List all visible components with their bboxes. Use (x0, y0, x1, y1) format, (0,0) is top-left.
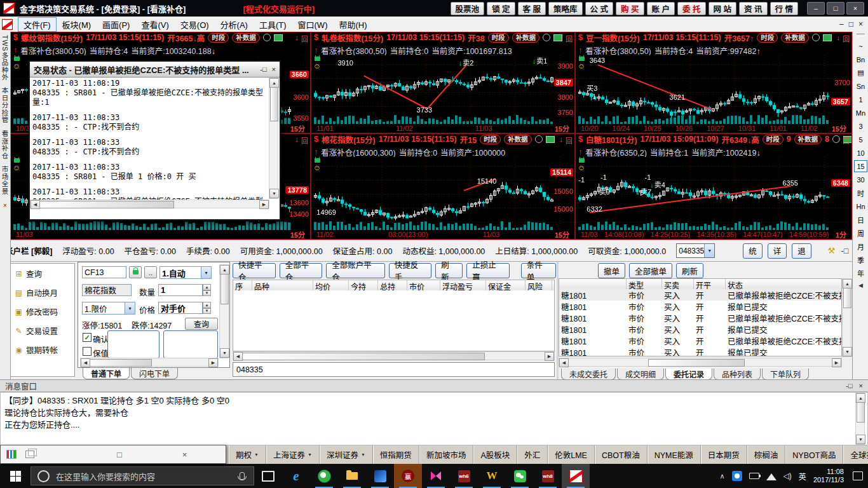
clock[interactable]: 11:08 2017/11/3 (813, 468, 844, 484)
scroll-thumb[interactable] (648, 359, 745, 367)
scroll-thumb[interactable] (857, 402, 865, 423)
period-button-季[interactable]: 季 (854, 254, 867, 266)
market-tab-13[interactable]: 全球指数 (843, 445, 868, 464)
battery-icon[interactable] (749, 473, 759, 479)
vertical-tab-3[interactable]: 市场全景 (1, 166, 10, 195)
sidebar-item-2[interactable]: ▣修改密码 (11, 302, 74, 321)
taskbar-app[interactable] (310, 464, 338, 488)
period-button-1[interactable]: 1 (854, 93, 867, 105)
sidebar-item-4[interactable]: ◉银期转帐 (11, 340, 74, 359)
record-tab-2[interactable]: 委托记录 (665, 369, 712, 380)
maximize-chart-icon[interactable]: 回 (566, 34, 573, 44)
search-input[interactable]: 在这里输入你要搜索的内容 (31, 466, 254, 485)
chart-plot[interactable]: ☺39003847380037503910↓卖2↓卖13733 (311, 55, 574, 124)
period-button-15[interactable]: 15 (854, 160, 867, 172)
spin-up-icon[interactable]: ▲ (203, 284, 211, 290)
chart-canvas[interactable] (576, 55, 851, 124)
titlebar-button-6[interactable]: 账 户 (647, 2, 675, 15)
floating-mini-window[interactable]: □ × (0, 445, 226, 464)
trade-button-4[interactable]: 刷新 (435, 263, 463, 278)
titlebar-button-10[interactable]: 行 情 (770, 2, 798, 15)
pin-icon[interactable]: -□ (846, 382, 852, 390)
table-row[interactable]: 糖1801市价买入开报单已提交0 (559, 323, 841, 335)
anchor-down-icon[interactable]: ↓ (295, 135, 299, 146)
fill-data-button[interactable]: 补数据 (794, 135, 822, 144)
market-tab-11[interactable]: 棕榈油 (747, 445, 786, 464)
maximize-chart-icon[interactable]: 回 (566, 135, 573, 146)
taskbar-app[interactable]: e (282, 464, 310, 488)
market-tab-7[interactable]: 伦敦LME (548, 445, 595, 464)
trade-button-0[interactable]: 快捷平仓 (233, 263, 276, 278)
period-button-~[interactable]: ~ (854, 40, 867, 52)
taskbar-app[interactable] (422, 464, 450, 488)
confirm-checkbox[interactable]: ✓ (83, 333, 92, 342)
scroll-left-icon[interactable]: ◀ (233, 352, 243, 361)
microphone-icon[interactable] (240, 472, 245, 480)
chart-canvas[interactable] (311, 157, 574, 230)
taskbar-app[interactable]: wh6 (450, 464, 478, 488)
vertical-scrollbar[interactable]: ▲▼ (855, 393, 865, 445)
anchor-down-icon[interactable]: ↓ (560, 135, 564, 146)
period-button-Mn[interactable]: Mn (854, 107, 867, 119)
price-input[interactable]: 对手价 (158, 302, 203, 314)
chevron-down-icon[interactable]: ▼ (704, 244, 714, 257)
time-segment-button[interactable]: 时段 (763, 135, 783, 144)
menu-item-7[interactable]: 窗口(W) (292, 17, 334, 32)
dialog-title-bar[interactable]: 交易状态 - 已撤单报单被拒绝CZCE:不被支持的报单类型 ... -□ × (30, 62, 280, 78)
anchor-down-icon[interactable]: ↓ (560, 34, 564, 44)
scroll-down-icon[interactable]: ▼ (856, 435, 865, 444)
chevron-up-icon[interactable]: ∧ (720, 472, 725, 480)
account-button-0[interactable]: 统 (743, 243, 763, 259)
wifi-icon[interactable] (766, 468, 776, 480)
horizontal-scrollbar[interactable]: ◀▶ (80, 358, 219, 367)
taskbar-app[interactable]: 赢 (394, 464, 422, 488)
menu-item-1[interactable]: 板块(M) (57, 17, 97, 32)
chart-plot[interactable]: ☺6348-1-1-1↓卖9↓卖7↓卖463556332 (576, 157, 851, 230)
fill-data-button[interactable]: 补数据 (781, 33, 809, 43)
scroll-right-icon[interactable]: ▶ (545, 352, 554, 361)
titlebar-button-9[interactable]: 资 讯 (739, 2, 767, 15)
dialog-close-icon[interactable]: × (272, 65, 276, 73)
period-button-日[interactable]: 日 (854, 214, 867, 226)
market-tab-8[interactable]: CBOT粮油 (595, 445, 648, 464)
account-button-2[interactable]: 退 (792, 243, 811, 259)
scroll-thumb[interactable] (843, 288, 851, 308)
order-mode-select[interactable]: 1.自动 ▼ (159, 266, 212, 279)
period-button-▤[interactable]: ▤ (854, 67, 867, 79)
scroll-right-icon[interactable]: ▶ (832, 358, 841, 367)
titlebar-button-7[interactable]: 委 托 (677, 2, 705, 15)
cancel-button-0[interactable]: 撤单 (598, 263, 625, 278)
hedge-checkbox[interactable] (83, 347, 92, 356)
scroll-thumb[interactable] (39, 201, 174, 208)
quantity-stepper[interactable]: ▲ ▼ (203, 284, 211, 296)
maximize-chart-icon[interactable]: 回 (301, 34, 308, 44)
minimize-icon[interactable]: – (807, 2, 825, 15)
account-button-1[interactable]: 详 (768, 243, 787, 259)
chart-plot[interactable]: ☺1511415050150001514014969 (311, 157, 574, 230)
taskbar-app[interactable] (562, 464, 590, 488)
mini-close-icon[interactable]: × (182, 450, 187, 459)
table-row[interactable]: 糖1801市价买入开已撤单报单被拒绝CZCE:不被支持?0 (559, 289, 841, 301)
horizontal-scrollbar[interactable]: ◀▶ (30, 200, 269, 208)
trade-button-6[interactable]: 条件单 (521, 263, 556, 278)
quantity-input[interactable]: 1 (158, 284, 203, 296)
scroll-left-icon[interactable]: ◀ (81, 358, 90, 367)
spin-down-icon[interactable]: ▼ (203, 308, 211, 315)
scroll-down-icon[interactable]: ▼ (220, 348, 229, 358)
chart-canvas[interactable] (576, 157, 851, 230)
maximize-chart-icon[interactable]: 回 (301, 135, 308, 146)
market-tab-4[interactable]: 新加坡市场 (419, 445, 474, 464)
menu-item-6[interactable]: 工具(T) (254, 17, 292, 32)
menu-item-2[interactable]: 画面(P) (97, 17, 135, 32)
sidebar-item-0[interactable]: ⊞查询 (11, 264, 74, 283)
record-tab-1[interactable]: 成交明细 (617, 369, 664, 380)
scroll-thumb[interactable] (220, 274, 229, 304)
scroll-up-icon[interactable]: ▲ (269, 78, 279, 88)
titlebar-button-3[interactable]: 策略库 (548, 2, 583, 15)
horizontal-scrollbar[interactable]: ◀▶ (233, 351, 555, 360)
query-button[interactable]: 查询 (185, 318, 218, 330)
task-view-button[interactable] (254, 464, 282, 488)
time-segment-button[interactable]: 时段 (208, 33, 229, 43)
period-button-10[interactable]: 10 (854, 147, 867, 159)
record-tab-4[interactable]: 下单队列 (762, 369, 809, 380)
